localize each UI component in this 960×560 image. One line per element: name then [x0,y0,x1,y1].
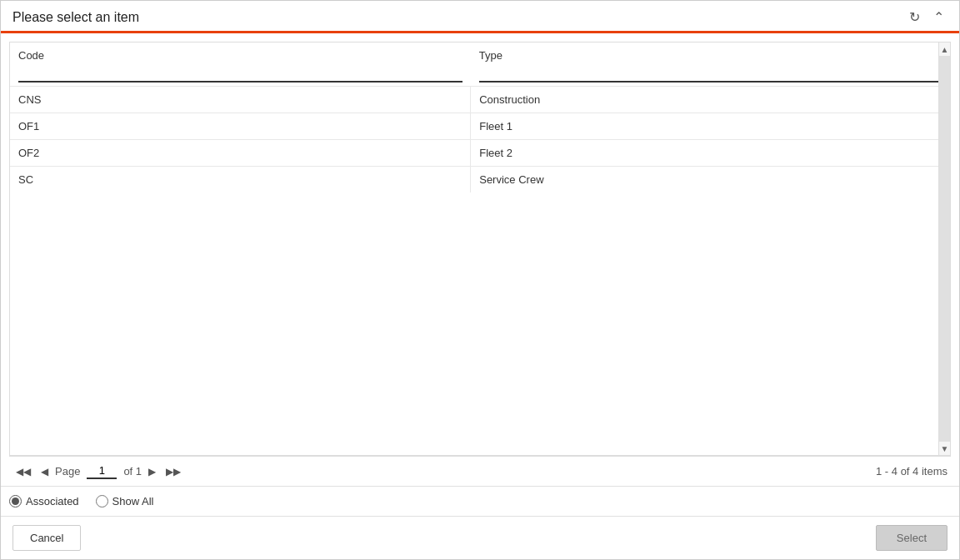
table-cell-type: Construction [471,87,950,113]
type-filter-input[interactable] [479,65,942,82]
table-container: Code Type CNSConstructionOF1Fleet 1OF2Fl… [9,42,951,456]
scrollbar-track: ▲ ▼ [938,42,950,455]
cancel-button[interactable]: Cancel [12,525,81,551]
scroll-up-arrow[interactable]: ▲ [939,42,951,56]
column-header-type: Type [471,42,950,87]
table-cell-code: CNS [10,87,471,113]
data-table: Code Type CNSConstructionOF1Fleet 1OF2Fl… [10,42,950,192]
table-cell-type: Fleet 2 [471,140,950,167]
associated-radio[interactable] [9,495,22,508]
table-cell-code: OF1 [10,113,471,140]
scrollbar-thumb [939,56,950,442]
dialog-footer: Cancel Select [1,516,959,559]
select-button[interactable]: Select [876,525,948,551]
page-label: Page [55,465,80,478]
table-body: CNSConstructionOF1Fleet 1OF2Fleet 2SCSer… [10,87,950,193]
table-cell-type: Fleet 1 [471,113,950,140]
table-row[interactable]: OF1Fleet 1 [10,113,950,140]
page-last-button[interactable]: ▶▶ [162,465,184,478]
show-all-radio-label[interactable]: Show All [96,495,154,508]
select-item-dialog: Please select an item ↻ ⌃ Code [0,0,960,560]
scroll-down-arrow[interactable]: ▼ [939,442,951,455]
refresh-button[interactable]: ↻ [906,9,923,26]
collapse-button[interactable]: ⌃ [930,9,948,26]
table-cell-type: Service Crew [471,167,950,193]
table-row[interactable]: SCService Crew [10,167,950,193]
page-next-button[interactable]: ▶ [145,465,159,478]
page-prev-button[interactable]: ◀ [38,465,52,478]
page-first-button[interactable]: ◀◀ [12,465,34,478]
column-header-code: Code [10,42,471,87]
dialog-title: Please select an item [12,10,139,25]
pagination-bar: ◀◀ ◀ Page of 1 ▶ ▶▶ 1 - 4 of 4 items [9,456,951,486]
page-number-input[interactable] [87,463,117,479]
code-filter-input[interactable] [18,65,462,82]
filter-row: Associated Show All [1,486,959,516]
page-of-label: of 1 [123,465,142,478]
associated-radio-label[interactable]: Associated [9,495,79,508]
table-row[interactable]: OF2Fleet 2 [10,140,950,167]
table-wrapper[interactable]: Code Type CNSConstructionOF1Fleet 1OF2Fl… [10,42,950,455]
table-cell-code: SC [10,167,471,193]
dialog-header: Please select an item ↻ ⌃ [1,1,959,33]
items-summary: 1 - 4 of 4 items [876,465,948,478]
associated-label: Associated [26,495,79,508]
dialog-body: Code Type CNSConstructionOF1Fleet 1OF2Fl… [1,33,959,486]
show-all-radio[interactable] [96,495,108,508]
show-all-label: Show All [112,495,154,508]
pagination-left: ◀◀ ◀ Page of 1 ▶ ▶▶ [12,463,184,479]
table-cell-code: OF2 [10,140,471,167]
header-icons: ↻ ⌃ [906,9,948,26]
table-row[interactable]: CNSConstruction [10,87,950,113]
